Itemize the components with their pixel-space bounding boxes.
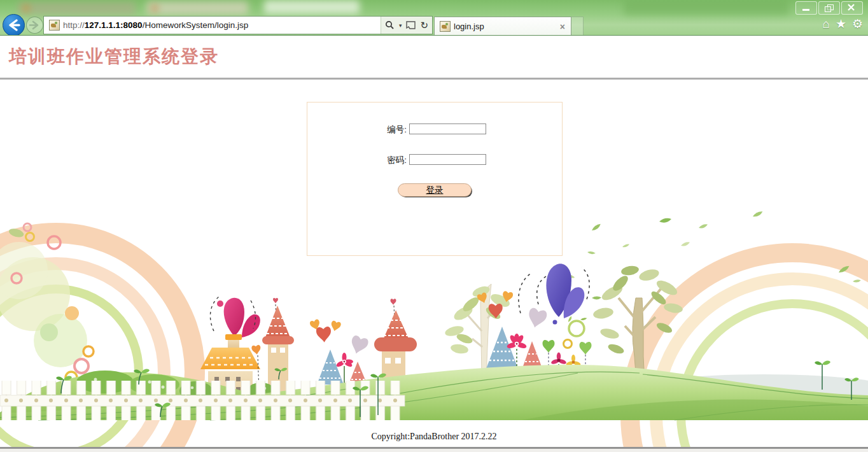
search-icon[interactable] xyxy=(385,20,395,30)
tab-title: login.jsp xyxy=(454,22,554,31)
background-blur-dot xyxy=(23,5,29,11)
forward-arrow-icon xyxy=(27,17,43,33)
close-button[interactable] xyxy=(841,1,863,15)
search-caret-icon[interactable]: ▾ xyxy=(399,22,402,29)
bottom-strip xyxy=(0,449,868,452)
background-blur-dot xyxy=(151,5,158,11)
center-hearts xyxy=(309,319,369,357)
password-input[interactable] xyxy=(409,154,486,165)
login-form: 编号: 密码: 登录 xyxy=(307,102,563,256)
login-button[interactable]: 登录 xyxy=(398,183,472,197)
picket-fence xyxy=(0,381,405,420)
toolbar-icons: ⌂ ★ ⚙ xyxy=(822,17,863,31)
back-arrow-icon xyxy=(3,15,24,36)
footer-copyright: Copyright:PandaBrother 2017.2.22 xyxy=(0,432,868,442)
background-blur-window xyxy=(624,0,789,15)
url-scheme: http:// xyxy=(63,20,85,30)
restore-icon xyxy=(825,6,831,12)
restore-button[interactable] xyxy=(818,1,840,15)
browser-window: http://127.1.1.1:8080/HomeworkSystem/log… xyxy=(0,0,868,452)
password-label: 密码: xyxy=(357,155,407,166)
window-controls xyxy=(795,1,863,15)
tab-close-icon[interactable]: × xyxy=(554,22,571,32)
background-blur-window xyxy=(264,0,360,14)
new-tab-stub[interactable] xyxy=(571,17,584,36)
address-bar-controls: ▾ ↻ xyxy=(381,17,432,34)
background-blur-tab xyxy=(146,1,248,15)
address-bar[interactable]: http://127.1.1.1:8080/HomeworkSystem/log… xyxy=(43,16,433,34)
refresh-icon[interactable]: ↻ xyxy=(420,20,428,30)
tools-gear-icon[interactable]: ⚙ xyxy=(852,17,863,31)
home-icon[interactable]: ⌂ xyxy=(822,17,829,31)
forward-button[interactable] xyxy=(26,17,43,34)
site-favicon-icon xyxy=(49,20,60,31)
header-divider xyxy=(0,78,868,80)
browser-chrome: http://127.1.1.1:8080/HomeworkSystem/log… xyxy=(0,0,868,36)
minimize-button[interactable] xyxy=(795,1,817,15)
tab-favicon-icon xyxy=(440,21,451,32)
favorites-star-icon[interactable]: ★ xyxy=(836,17,846,31)
navigation-bar: http://127.1.1.1:8080/HomeworkSystem/log… xyxy=(0,14,868,35)
compatibility-view-icon[interactable] xyxy=(406,21,416,29)
password-row: 密码: xyxy=(307,154,562,166)
close-icon xyxy=(842,2,861,13)
url-host: 127.1.1.1:8080 xyxy=(85,20,143,30)
id-label: 编号: xyxy=(357,124,407,136)
page-title: 培训班作业管理系统登录 xyxy=(9,45,219,69)
page-content: 培训班作业管理系统登录 编号: 密码: 登录 Copyright:PandaBr… xyxy=(0,36,868,452)
url-path: /HomeworkSystem/login.jsp xyxy=(143,20,249,30)
back-button[interactable] xyxy=(3,14,25,36)
id-input[interactable] xyxy=(409,124,486,134)
pink-splash xyxy=(210,297,260,337)
background-blur-tab xyxy=(18,2,136,15)
minimize-icon xyxy=(802,9,809,11)
url-text[interactable]: http://127.1.1.1:8080/HomeworkSystem/log… xyxy=(63,20,381,30)
browser-tab-login[interactable]: login.jsp × xyxy=(434,17,571,36)
id-row: 编号: xyxy=(307,124,562,135)
